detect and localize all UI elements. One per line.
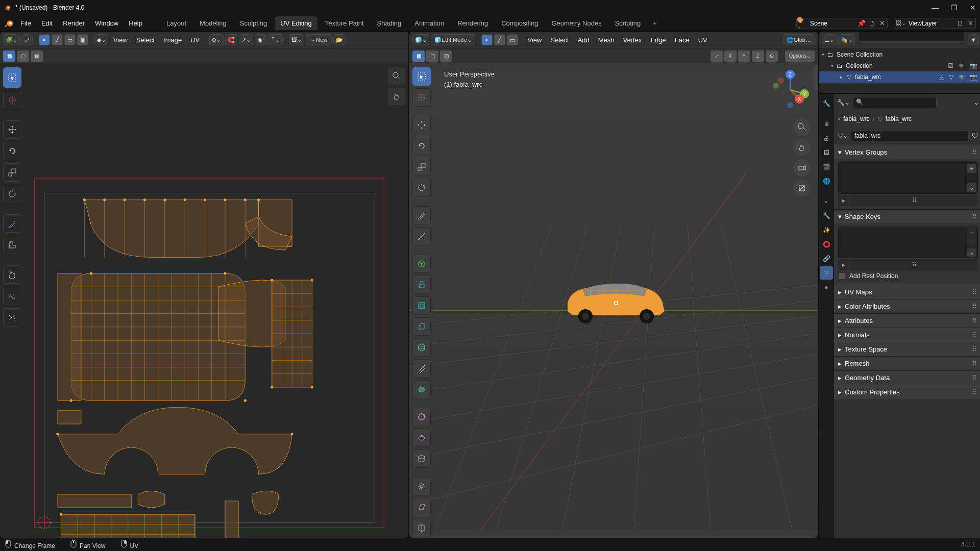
v3d-tool-extrude[interactable]: [412, 276, 431, 294]
v3d-tool-transform[interactable]: [412, 179, 431, 197]
uv-sync-button[interactable]: ⇄: [21, 34, 33, 45]
tab-modeling[interactable]: Modeling: [194, 16, 232, 30]
uv-tool-transform[interactable]: [3, 185, 21, 203]
v3d-options-button[interactable]: Options ⌄: [785, 51, 815, 62]
add-rest-position-checkbox[interactable]: Add Rest Position: [838, 270, 978, 282]
prop-tab-modifiers[interactable]: 🔧: [820, 209, 833, 222]
sk-expand-button[interactable]: ▸: [838, 259, 849, 270]
v3d-tool-loopcut[interactable]: [412, 338, 431, 357]
uv-tool-rip[interactable]: [3, 236, 21, 254]
v3d-tool-scale[interactable]: [412, 158, 431, 176]
v3d-tool-shear[interactable]: [412, 498, 431, 516]
v3d-tool-knife[interactable]: [412, 359, 431, 378]
object-data-icon[interactable]: ◬: [938, 73, 945, 81]
uv-tool-relax[interactable]: [3, 287, 21, 305]
maximize-button[interactable]: ❐: [951, 4, 958, 12]
breadcrumb-obj[interactable]: fabia_wrc: [843, 115, 869, 122]
uv-zoom-button[interactable]: [388, 67, 405, 85]
prop-tab-viewlayer[interactable]: 🖼: [820, 146, 833, 159]
outliner-collection-row[interactable]: ▾ 🗀 Collection ☑ 👁 📷: [819, 60, 980, 71]
vg-slider[interactable]: ⠿: [850, 195, 978, 206]
panel-vertex-groups[interactable]: ▾Vertex Groups⠿: [834, 145, 980, 159]
vertex-groups-list[interactable]: ＋ ⌄: [838, 162, 978, 194]
panel-remesh[interactable]: ▸Remesh⠿: [834, 356, 980, 370]
v3d-tool-annotate[interactable]: [412, 206, 431, 224]
uv-snap-mode[interactable]: ↗⌄: [239, 34, 253, 45]
panel-uv-maps[interactable]: ▸UV Maps⠿: [834, 285, 980, 299]
outliner-display-mode[interactable]: 🎭⌄: [838, 34, 855, 45]
tab-geometry-nodes[interactable]: Geometry Nodes: [546, 16, 607, 30]
v3d-menu-view[interactable]: View: [524, 36, 546, 44]
scene-browse-icon[interactable]: 🎨⌄: [797, 17, 808, 30]
panel-color-attributes[interactable]: ▸Color Attributes⠿: [834, 299, 980, 313]
uv-tool-rotate[interactable]: [3, 142, 21, 160]
3d-viewport[interactable]: User Perspective (1) fabia_wrc Z Y X: [409, 63, 818, 538]
v3d-sel-mode-3[interactable]: ▨: [440, 51, 452, 62]
uv-menu-select[interactable]: Select: [133, 36, 158, 44]
camera-icon[interactable]: [793, 159, 811, 177]
prop-tab-constraints[interactable]: 🔗: [820, 252, 833, 265]
tab-shading[interactable]: Shading: [372, 16, 407, 30]
uv-proportional[interactable]: ◉: [255, 34, 266, 45]
uv-tool-cursor[interactable]: [3, 91, 21, 109]
v3d-npanel-toggle[interactable]: [814, 65, 818, 91]
scene-new-button[interactable]: 🗋: [867, 19, 877, 27]
v3d-menu-face[interactable]: Face: [671, 36, 693, 44]
v3d-menu-select[interactable]: Select: [547, 36, 572, 44]
v3d-tool-rotate[interactable]: [412, 137, 431, 155]
scene-pin-icon[interactable]: 📌: [856, 19, 867, 27]
v3d-tool-cursor[interactable]: [412, 88, 431, 107]
panel-shape-keys[interactable]: ▾Shape Keys⠿: [834, 209, 980, 223]
prop-tab-world[interactable]: 🌐: [820, 174, 833, 188]
uv-sticky-button[interactable]: ◆⌄: [94, 34, 108, 45]
v3d-mirror-y[interactable]: Y: [738, 51, 750, 62]
prop-tab-tool[interactable]: 🔧: [820, 97, 833, 110]
minimize-button[interactable]: ―: [932, 4, 939, 12]
uv-open-image-button[interactable]: 📂: [333, 34, 346, 45]
v3d-tool-add-cube[interactable]: [412, 255, 431, 273]
v3d-tool-edgeslide[interactable]: [412, 449, 431, 468]
v3d-tool-bevel[interactable]: [412, 317, 431, 336]
collection-eye-icon[interactable]: 👁: [957, 62, 966, 69]
uv-sel-face[interactable]: ▭: [64, 34, 76, 45]
nav-gizmo[interactable]: Z Y X: [770, 69, 811, 110]
vg-add-button[interactable]: ＋: [967, 164, 976, 173]
uv-sel-island[interactable]: ▣: [77, 34, 88, 45]
uv-sel-edge[interactable]: ╱: [52, 34, 63, 45]
tab-scripting[interactable]: Scripting: [609, 16, 647, 30]
v3d-automerge[interactable]: ⊕: [766, 51, 778, 62]
v3d-mode-selector[interactable]: 🧊 Edit Mode ⌄: [431, 34, 475, 45]
panel-geometry-data[interactable]: ▸Geometry Data⠿: [834, 370, 980, 385]
props-options-button[interactable]: ⌄: [974, 99, 979, 106]
uv-viewport[interactable]: [0, 63, 408, 538]
v3d-orientation[interactable]: 🌐 Glob…: [783, 34, 815, 45]
v3d-mirror-toggle[interactable]: ⟋: [710, 51, 723, 62]
uv-new-image-button[interactable]: ＋ New: [306, 34, 332, 45]
menu-window[interactable]: Window: [91, 17, 122, 29]
add-workspace-button[interactable]: ＋: [648, 17, 660, 30]
tab-layout[interactable]: Layout: [161, 16, 192, 30]
outliner-scene-row[interactable]: ▾🗀 Scene Collection: [819, 49, 980, 60]
uv-tool-scale[interactable]: [3, 163, 21, 182]
prop-tab-render[interactable]: 🖥: [820, 117, 833, 131]
v3d-tool-rip[interactable]: [412, 519, 431, 537]
close-button[interactable]: ✕: [970, 4, 976, 12]
viewlayer-delete-button[interactable]: ✕: [965, 19, 975, 27]
menu-render[interactable]: Render: [59, 17, 89, 29]
uv-tool-grab[interactable]: [3, 265, 21, 284]
props-search-input[interactable]: [853, 97, 937, 108]
v3d-tool-polybuild[interactable]: [412, 380, 431, 398]
panel-custom-properties[interactable]: ▸Custom Properties⠿: [834, 385, 980, 399]
scene-selector[interactable]: 🎨⌄ 📌 🗋 ✕: [796, 18, 888, 29]
menu-file[interactable]: File: [16, 17, 35, 29]
outliner-search[interactable]: [859, 32, 964, 42]
uv-falloff[interactable]: ⌒⌄: [267, 34, 283, 45]
panel-texture-space[interactable]: ▸Texture Space⠿: [834, 342, 980, 356]
prop-tab-data[interactable]: ▽: [820, 266, 833, 280]
viewlayer-new-button[interactable]: 🗋: [955, 19, 965, 27]
zoom-icon[interactable]: [793, 118, 811, 136]
scene-name-input[interactable]: [808, 20, 856, 27]
v3d-sel-edge[interactable]: ╱: [494, 34, 505, 45]
v3d-editor-type-button[interactable]: 🧊⌄: [412, 34, 429, 45]
viewlayer-name-input[interactable]: [906, 20, 955, 27]
